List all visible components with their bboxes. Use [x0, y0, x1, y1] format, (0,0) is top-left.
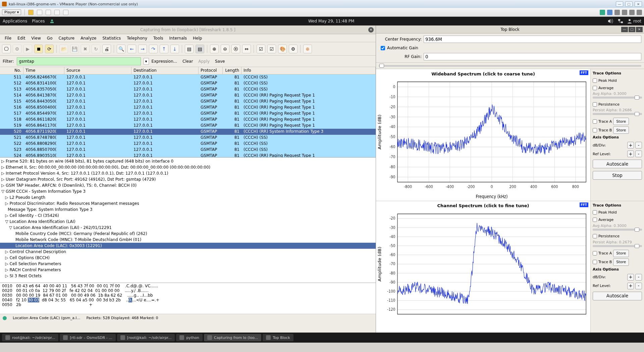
- packet-row[interactable]: 5124056.8314100(127.0.0.1127.0.0.1GSMTAP…: [0, 80, 376, 86]
- persistence-checkbox[interactable]: [593, 102, 597, 107]
- coloring-rules-icon[interactable]: 🎨: [278, 45, 287, 53]
- ref-minus-button[interactable]: -: [635, 151, 642, 157]
- tree-row[interactable]: ▷ L2 Pseudo Length: [0, 194, 376, 200]
- menu-capture[interactable]: Capture: [56, 35, 77, 41]
- tree-row[interactable]: ▷ Control Channel Description: [0, 249, 376, 255]
- autoscale-button[interactable]: Autoscale: [593, 160, 642, 168]
- vmware-printer-icon[interactable]: [629, 10, 635, 15]
- save-icon[interactable]: 💾: [70, 45, 79, 53]
- vmware-maximize-button[interactable]: ▢: [625, 1, 633, 7]
- tree-row[interactable]: ▽ Location Area Identification (LAI) - 2…: [0, 225, 376, 231]
- vmware-fullscreen-icon[interactable]: [54, 10, 60, 15]
- options-icon[interactable]: ⚙: [13, 45, 21, 53]
- packet-row[interactable]: 5224056.8808290(127.0.0.1127.0.0.1GSMTAP…: [0, 141, 376, 147]
- trace-b-checkbox[interactable]: [593, 260, 597, 264]
- menu-telephony[interactable]: Telephony: [124, 35, 150, 41]
- average-checkbox[interactable]: [593, 218, 597, 222]
- close-file-icon[interactable]: ✖: [81, 45, 90, 53]
- go-back-icon[interactable]: ←: [127, 45, 136, 53]
- tree-row[interactable]: ▷ GSM TAP Header, ARFCN: 0 (Downlink), T…: [0, 182, 376, 188]
- vmware-devices-icon[interactable]: [600, 10, 605, 15]
- autoscale-button[interactable]: Autoscale: [593, 292, 642, 300]
- automatic-gain-checkbox[interactable]: [381, 46, 385, 50]
- hex-row[interactable]: 0030 00 00 00 19 84 67 01 00 00 00 49 06…: [2, 293, 374, 298]
- hex-row[interactable]: 0010 00 43 e6 64 40 00 40 11 56 43 7f 00…: [2, 284, 374, 288]
- topblock-maximize-button[interactable]: ▢: [629, 27, 635, 32]
- db-plus-button[interactable]: +: [627, 142, 634, 149]
- capture-filters-icon[interactable]: ☑: [257, 45, 265, 53]
- vmware-minimize-button[interactable]: —: [616, 1, 623, 7]
- gnome-applications-menu[interactable]: Applications: [3, 19, 27, 23]
- tree-row[interactable]: ▷ SI 3 Rest Octets: [0, 273, 376, 279]
- menu-help[interactable]: Help: [190, 35, 205, 41]
- colorize-icon[interactable]: ▤: [185, 45, 194, 53]
- average-checkbox[interactable]: [593, 86, 597, 90]
- restart-capture-icon[interactable]: ⟳: [45, 45, 54, 53]
- packet-row[interactable]: 5234056.8850700(127.0.0.1127.0.0.1GSMTAP…: [0, 147, 376, 153]
- help-icon[interactable]: ⊕: [303, 45, 312, 53]
- vmware-player-menu[interactable]: Player ▾: [2, 9, 21, 15]
- vmware-network-icon[interactable]: [607, 10, 612, 15]
- stop-capture-icon[interactable]: ⏹: [34, 45, 43, 53]
- packet-row[interactable]: 5214056.8748780(127.0.0.1127.0.0.1GSMTAP…: [0, 135, 376, 141]
- display-filters-icon[interactable]: ☑: [267, 45, 276, 53]
- menu-go[interactable]: Go: [44, 35, 55, 41]
- spectrum-chart[interactable]: Channel Spectrum (click to fine tune)FFT…: [376, 201, 590, 333]
- open-icon[interactable]: 📂: [59, 45, 68, 53]
- stop-button[interactable]: Stop: [593, 171, 642, 180]
- tree-row[interactable]: Message Type: System Information Type 3: [0, 207, 376, 213]
- tree-row[interactable]: ▽ Location Area Identification (LAI): [0, 219, 376, 225]
- col-header-source[interactable]: Source: [64, 67, 131, 74]
- taskbar-item[interactable]: [root@kali: ~/sdr/airpr...: [117, 334, 175, 341]
- go-first-icon[interactable]: ⤒: [160, 45, 168, 53]
- network-icon[interactable]: [618, 19, 623, 23]
- col-header-time[interactable]: Time: [23, 67, 64, 74]
- vmware-unity-icon[interactable]: [63, 10, 68, 15]
- menu-file[interactable]: File: [2, 35, 14, 41]
- packet-details-pane[interactable]: ▷ Frame 520: 81 bytes on wire (648 bits)…: [0, 158, 376, 283]
- gnome-app-icon[interactable]: [49, 19, 55, 23]
- resize-columns-icon[interactable]: ⇔: [242, 45, 251, 53]
- packet-row[interactable]: 5144056.8413870(127.0.0.1127.0.0.1GSMTAP…: [0, 93, 376, 99]
- trace-b-checkbox[interactable]: [593, 128, 597, 132]
- hex-row[interactable]: 0040 f2 10 30 03 d8 04 3c 55 65 04 a5 00…: [2, 298, 374, 302]
- topblock-close-button[interactable]: ✕: [636, 27, 643, 32]
- persist-alpha-slider[interactable]: [593, 245, 642, 247]
- tree-row[interactable]: ▷ Frame 520: 81 bytes on wire (648 bits)…: [0, 158, 376, 164]
- find-icon[interactable]: 🔍: [117, 45, 125, 53]
- ref-plus-button[interactable]: +: [627, 283, 634, 289]
- filter-dropdown-button[interactable]: ▾: [144, 58, 149, 65]
- tree-row[interactable]: ▷ Protocol Discriminator: Radio Resource…: [0, 200, 376, 207]
- tree-row[interactable]: Mobile Network Code (MNC): T-Mobile Deut…: [0, 237, 376, 243]
- filter-save-button[interactable]: Save: [215, 59, 225, 64]
- taskbar-item[interactable]: root@kali: ~/sdr/airpr...: [2, 334, 58, 341]
- wireshark-close-button[interactable]: ✕: [368, 27, 374, 33]
- zoom-reset-icon[interactable]: ⦿: [231, 45, 240, 53]
- zoom-out-icon[interactable]: ⊖: [221, 45, 229, 53]
- autoscroll-icon[interactable]: ▤: [196, 45, 204, 53]
- menu-analyze[interactable]: Analyze: [78, 35, 99, 41]
- packet-row[interactable]: 5194056.8641170(127.0.0.1127.0.0.1GSMTAP…: [0, 123, 376, 129]
- fft-badge[interactable]: FFT: [580, 70, 588, 75]
- avg-alpha-slider[interactable]: [593, 229, 642, 231]
- peak-hold-checkbox[interactable]: [593, 78, 597, 83]
- trace-a-checkbox[interactable]: [593, 251, 597, 255]
- trace-a-store-button[interactable]: Store: [613, 250, 629, 257]
- ref-plus-button[interactable]: +: [627, 151, 634, 157]
- menu-view[interactable]: View: [29, 35, 43, 41]
- filter-apply-button[interactable]: Apply: [198, 59, 210, 64]
- tree-row[interactable]: ▷ Ethernet II, Src: 00:00:00_00:00:00 (0…: [0, 164, 376, 170]
- col-header-destination[interactable]: Destination: [131, 67, 199, 74]
- tree-row[interactable]: ▷ User Datagram Protocol, Src Port: 4916…: [0, 176, 376, 182]
- persist-alpha-slider[interactable]: [593, 113, 642, 115]
- start-capture-icon[interactable]: ▶: [23, 45, 32, 53]
- peak-hold-checkbox[interactable]: [593, 210, 597, 215]
- gnome-clock[interactable]: Wed May 29, 11:48 PM: [55, 19, 607, 23]
- trace-b-store-button[interactable]: Store: [613, 126, 629, 134]
- ref-minus-button[interactable]: -: [635, 283, 642, 289]
- avg-alpha-slider[interactable]: [593, 97, 642, 99]
- packet-row[interactable]: 5154056.8443050(127.0.0.1127.0.0.1GSMTAP…: [0, 99, 376, 105]
- vmware-sound-icon[interactable]: [614, 10, 620, 15]
- packet-row[interactable]: 5244056.8903510(127.0.0.1127.0.0.1GSMTAP…: [0, 153, 376, 157]
- persistence-checkbox[interactable]: [593, 234, 597, 238]
